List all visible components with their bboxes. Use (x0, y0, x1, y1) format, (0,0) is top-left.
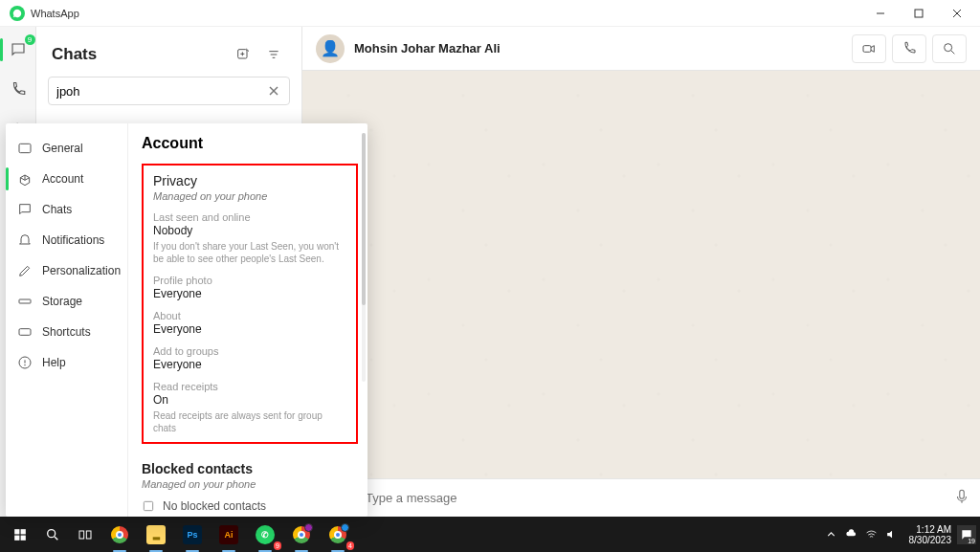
settings-nav-help[interactable]: Help (6, 347, 127, 378)
notification-count: 19 (968, 538, 975, 544)
rail-chats-button[interactable]: 9 (7, 38, 30, 61)
svg-line-15 (951, 51, 954, 54)
svg-line-35 (55, 537, 57, 540)
about-label: About (153, 310, 346, 321)
clock-date: 8/30/2023 (909, 535, 952, 545)
svg-rect-32 (14, 535, 19, 540)
search-clear-button[interactable] (266, 83, 281, 99)
settings-nav-chats[interactable]: Chats (6, 194, 127, 225)
window-maximize-button[interactable] (900, 0, 938, 27)
system-tray[interactable] (825, 528, 903, 541)
rail-calls-button[interactable] (7, 78, 30, 101)
window-close-button[interactable] (938, 0, 976, 27)
whatsapp-logo-icon (10, 6, 25, 21)
svg-rect-36 (79, 531, 84, 539)
contact-avatar[interactable]: 👤 (316, 34, 345, 63)
blocked-empty-icon (142, 499, 155, 513)
blocked-managed-note: Managed on your phone (142, 478, 354, 490)
voice-call-button[interactable] (892, 34, 926, 63)
settings-nav-notifications[interactable]: Notifications (6, 225, 127, 255)
receipts-note: Read receipts are always sent for group … (153, 409, 346, 434)
clock-time: 1:12 AM (916, 524, 951, 535)
task-view-button[interactable] (69, 517, 101, 552)
settings-nav-general[interactable]: General (6, 133, 127, 164)
groups-label: Add to groups (153, 345, 346, 357)
svg-rect-19 (960, 490, 965, 498)
taskbar-illustrator[interactable]: Ai (212, 521, 246, 548)
svg-rect-13 (863, 45, 871, 52)
action-center-button[interactable]: 19 (957, 525, 976, 544)
svg-rect-1 (915, 10, 923, 17)
video-call-button[interactable] (852, 34, 886, 63)
settings-nav-personalization[interactable]: Personalization (6, 255, 127, 286)
start-button[interactable] (4, 517, 36, 552)
tray-wifi-icon[interactable] (865, 528, 878, 541)
window-titlebar: WhatsApp (0, 0, 980, 27)
svg-rect-33 (21, 535, 26, 540)
settings-nav-storage[interactable]: Storage (6, 286, 127, 317)
app-title: WhatsApp (31, 8, 79, 19)
mic-icon[interactable] (953, 488, 970, 509)
chat-header: 👤 Mohsin Johar Mazhar Ali (302, 27, 980, 71)
privacy-managed-note: Managed on your phone (153, 190, 346, 202)
svg-rect-31 (21, 529, 26, 534)
settings-popup: General Account Chats Notifications Pers… (6, 123, 368, 517)
taskbar-photoshop[interactable]: Ps (175, 521, 210, 548)
taskbar-chrome-3-badge: 4 (346, 541, 354, 550)
rail-chats-badge: 9 (25, 34, 35, 45)
svg-rect-37 (86, 531, 91, 539)
scrollbar-thumb[interactable] (362, 133, 366, 305)
last-seen-label: Last seen and online (153, 211, 346, 223)
last-seen-note: If you don't share your Last Seen, you w… (153, 240, 346, 265)
blocked-heading: Blocked contacts (142, 461, 354, 476)
search-in-chat-button[interactable] (932, 34, 967, 63)
taskbar-whatsapp-badge: 9 (274, 541, 281, 550)
taskbar-chrome-3[interactable]: 4 (321, 521, 355, 548)
chat-area: 👤 Mohsin Johar Mazhar Ali (302, 27, 980, 517)
chats-heading: Chats (52, 45, 225, 64)
message-composer (302, 478, 980, 517)
blocked-empty-row: No blocked contacts (142, 499, 354, 513)
svg-point-34 (48, 529, 56, 537)
new-chat-button[interactable] (231, 42, 256, 67)
taskbar-file-explorer[interactable]: ▂ (139, 521, 173, 548)
profile-photo-label: Profile photo (153, 275, 346, 286)
svg-point-27 (25, 364, 26, 365)
svg-rect-20 (19, 144, 31, 152)
privacy-heading: Privacy (153, 173, 346, 188)
filter-button[interactable] (261, 42, 286, 67)
settings-nav-shortcuts[interactable]: Shortcuts (6, 317, 127, 347)
taskbar-search-button[interactable] (36, 517, 69, 552)
receipts-value: On (153, 393, 346, 407)
taskbar-clock[interactable]: 1:12 AM 8/30/2023 (909, 524, 952, 545)
profile-photo-value: Everyone (153, 287, 346, 300)
settings-content: Account Privacy Managed on your phone La… (128, 123, 368, 517)
taskbar-chrome-1[interactable] (102, 521, 137, 548)
taskbar-chrome-2[interactable] (284, 521, 319, 548)
svg-rect-22 (19, 329, 31, 336)
svg-rect-30 (14, 529, 19, 534)
receipts-label: Read receipts (153, 381, 346, 392)
settings-nav-profile[interactable]: Profile (6, 512, 127, 517)
search-box[interactable] (48, 77, 290, 105)
svg-point-14 (945, 43, 952, 51)
settings-nav-account[interactable]: Account (6, 164, 127, 194)
contact-name[interactable]: Mohsin Johar Mazhar Ali (354, 41, 846, 55)
window-minimize-button[interactable] (861, 0, 900, 27)
search-input[interactable] (56, 84, 266, 99)
tray-volume-icon[interactable] (885, 528, 898, 541)
blocked-empty-label: No blocked contacts (163, 499, 266, 513)
svg-rect-29 (144, 501, 152, 510)
groups-value: Everyone (153, 358, 346, 371)
tray-chevron-icon[interactable] (825, 528, 837, 541)
settings-page-title: Account (142, 135, 368, 152)
settings-nav: General Account Chats Notifications Pers… (6, 123, 128, 517)
message-input[interactable] (366, 491, 944, 505)
last-seen-value: Nobody (153, 224, 346, 237)
about-value: Everyone (153, 322, 346, 336)
taskbar-whatsapp[interactable]: ✆9 (248, 521, 282, 548)
privacy-section-highlight: Privacy Managed on your phone Last seen … (142, 164, 358, 444)
svg-rect-21 (19, 299, 31, 303)
tray-cloud-icon[interactable] (845, 528, 858, 541)
windows-taskbar: ▂ Ps Ai ✆9 4 1:12 AM 8/30/2023 19 (0, 517, 980, 552)
